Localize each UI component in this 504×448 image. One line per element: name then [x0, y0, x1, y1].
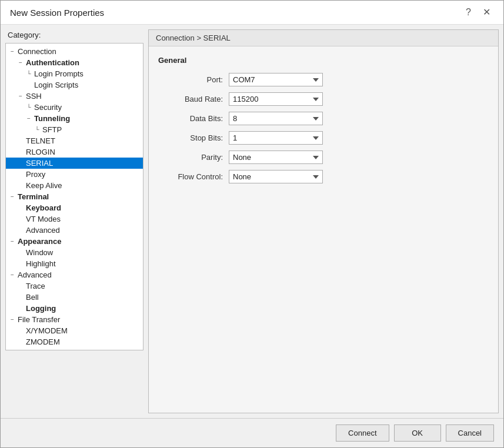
tree-label-ssh: SSH	[26, 92, 42, 101]
port-select[interactable]: COM1COM2COM3COM4COM5COM6COM7COM8	[229, 73, 323, 86]
tree-label-authentication: Authentication	[26, 58, 79, 67]
tree-expand-icon-ssh: −	[16, 93, 25, 99]
tree-expand-icon-connection: −	[8, 48, 16, 55]
tree-label-login-scripts: Login Scripts	[34, 81, 78, 89]
right-panel: Connection > SERIAL General Port: COM1CO…	[148, 29, 499, 413]
tree-item-xymodem[interactable]: X/YMODEM	[6, 325, 143, 336]
tree-label-terminal: Terminal	[18, 192, 49, 201]
connect-button[interactable]: Connect	[336, 424, 389, 442]
tree-label-connection: Connection	[18, 47, 56, 56]
tree-label-sftp: SFTP	[42, 125, 62, 134]
tree-label-bell: Bell	[26, 293, 39, 302]
tree-item-zmodem[interactable]: ZMODEM	[6, 336, 143, 347]
flowcontrol-select[interactable]: NoneXON/XOFFRTS/CTSDSR/DTR	[229, 170, 323, 183]
tree-label-keep-alive: Keep Alive	[26, 181, 62, 190]
title-bar-buttons: ? ✕	[462, 6, 494, 18]
stopbits-row: Stop Bits: 11.52	[158, 131, 489, 145]
tree-item-sftp[interactable]: └SFTP	[6, 124, 143, 135]
tree-item-ssh[interactable]: −SSH	[6, 91, 143, 102]
baud-select[interactable]: 9600192003840057600115200230400	[229, 92, 323, 106]
port-label: Port:	[158, 75, 229, 84]
tree-label-login-prompts: Login Prompts	[34, 69, 84, 78]
tree-label-file-transfer: File Transfer	[18, 315, 60, 324]
tree-label-keyboard: Keyboard	[26, 203, 61, 212]
tree-item-advanced[interactable]: −Advanced	[6, 269, 143, 280]
tree-item-terminal[interactable]: −Terminal	[6, 191, 143, 202]
tree-expand-icon-terminal: −	[8, 193, 16, 200]
tree-item-rlogin[interactable]: RLOGIN	[6, 146, 143, 158]
tree-item-tunneling[interactable]: −Tunneling	[6, 113, 143, 124]
tree-label-vt-modes: VT Modes	[26, 215, 61, 223]
databits-row: Data Bits: 5678	[158, 112, 489, 125]
baud-row: Baud Rate: 96001920038400576001152002304…	[158, 92, 489, 106]
stopbits-label: Stop Bits:	[158, 133, 229, 142]
category-tree: −Connection−Authentication└Login Prompts…	[6, 44, 143, 350]
tree-label-window: Window	[26, 248, 53, 257]
dialog-body: Category: −Connection−Authentication└Log…	[1, 25, 503, 418]
ok-button[interactable]: OK	[394, 424, 441, 442]
tree-label-tunneling: Tunneling	[34, 114, 70, 123]
tree-expand-icon-file-transfer: −	[8, 316, 16, 323]
tree-expand-icon-login-prompts: └	[25, 71, 33, 77]
section-title: General	[158, 56, 489, 65]
dialog-title: New Session Properties	[10, 8, 104, 18]
tree-expand-icon-security: └	[25, 104, 33, 111]
tree-label-highlight: Highlight	[26, 259, 56, 268]
stopbits-select[interactable]: 11.52	[229, 131, 323, 145]
databits-label: Data Bits:	[158, 114, 229, 123]
tree-item-keep-alive[interactable]: Keep Alive	[6, 180, 143, 191]
category-label: Category:	[5, 29, 143, 41]
tree-label-xymodem: X/YMODEM	[26, 326, 68, 335]
tree-label-zmodem: ZMODEM	[26, 337, 60, 346]
baud-label: Baud Rate:	[158, 95, 229, 103]
tree-item-bell[interactable]: Bell	[6, 292, 143, 303]
title-bar: New Session Properties ? ✕	[1, 1, 503, 25]
tree-item-advanced-term[interactable]: Advanced	[6, 225, 143, 236]
content-area: General Port: COM1COM2COM3COM4COM5COM6CO…	[149, 46, 498, 413]
tree-label-rlogin: RLOGIN	[26, 148, 55, 156]
tree-item-telnet[interactable]: TELNET	[6, 135, 143, 146]
tree-item-authentication[interactable]: −Authentication	[6, 57, 143, 68]
parity-row: Parity: NoneOddEvenMarkSpace	[158, 151, 489, 164]
databits-select[interactable]: 5678	[229, 112, 323, 125]
tree-label-advanced-term: Advanced	[26, 226, 60, 235]
tree-expand-icon-advanced: −	[8, 272, 16, 278]
help-button[interactable]: ?	[462, 6, 475, 18]
parity-label: Parity:	[158, 153, 229, 162]
tree-expand-icon-sftp: └	[33, 126, 41, 133]
port-row: Port: COM1COM2COM3COM4COM5COM6COM7COM8	[158, 73, 489, 86]
tree-panel: −Connection−Authentication└Login Prompts…	[5, 43, 143, 350]
tree-label-telnet: TELNET	[26, 136, 55, 145]
tree-label-logging: Logging	[26, 304, 56, 313]
left-panel-wrap: Category: −Connection−Authentication└Log…	[5, 29, 143, 413]
tree-item-file-transfer[interactable]: −File Transfer	[6, 314, 143, 325]
tree-item-window[interactable]: Window	[6, 247, 143, 258]
dialog: New Session Properties ? ✕ Category: −Co…	[0, 0, 504, 448]
tree-expand-icon-authentication: −	[16, 59, 25, 66]
flowcontrol-label: Flow Control:	[158, 172, 229, 181]
tree-item-logging[interactable]: Logging	[6, 303, 143, 314]
tree-item-vt-modes[interactable]: VT Modes	[6, 213, 143, 225]
tree-item-keyboard[interactable]: Keyboard	[6, 202, 143, 213]
tree-item-highlight[interactable]: Highlight	[6, 258, 143, 269]
tree-label-proxy: Proxy	[26, 170, 45, 179]
flowcontrol-row: Flow Control: NoneXON/XOFFRTS/CTSDSR/DTR	[158, 170, 489, 183]
tree-item-trace[interactable]: Trace	[6, 280, 143, 292]
tree-label-trace: Trace	[26, 282, 45, 290]
cancel-button[interactable]: Cancel	[446, 424, 494, 442]
parity-select[interactable]: NoneOddEvenMarkSpace	[229, 151, 323, 164]
tree-item-login-scripts[interactable]: Login Scripts	[6, 79, 143, 91]
tree-label-appearance: Appearance	[18, 237, 61, 246]
tree-item-serial[interactable]: SERIAL	[6, 158, 143, 169]
tree-item-connection[interactable]: −Connection	[6, 46, 143, 57]
tree-expand-icon-tunneling: −	[25, 115, 33, 122]
tree-item-appearance[interactable]: −Appearance	[6, 236, 143, 247]
tree-item-login-prompts[interactable]: └Login Prompts	[6, 68, 143, 79]
breadcrumb: Connection > SERIAL	[149, 30, 498, 46]
tree-label-advanced: Advanced	[18, 270, 52, 279]
tree-label-serial: SERIAL	[26, 159, 53, 168]
tree-item-security[interactable]: └Security	[6, 102, 143, 113]
tree-item-proxy[interactable]: Proxy	[6, 169, 143, 180]
tree-expand-icon-appearance: −	[8, 238, 16, 245]
close-button[interactable]: ✕	[479, 6, 494, 18]
